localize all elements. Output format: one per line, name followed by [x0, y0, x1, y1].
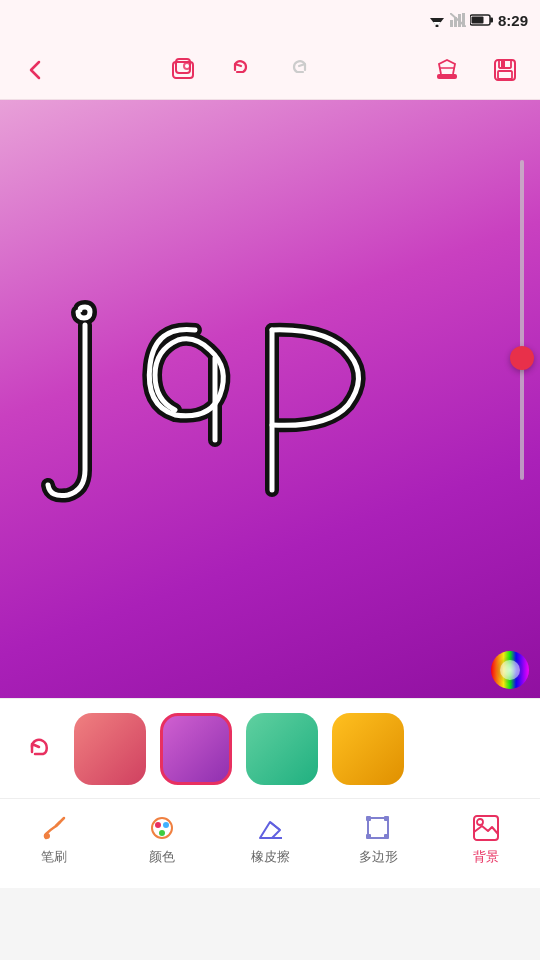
svg-point-36	[477, 819, 483, 825]
nav-eraser-label: 橡皮擦	[251, 848, 290, 866]
nav-brush[interactable]: 笔刷	[14, 812, 94, 866]
color-swatches-bar	[0, 698, 540, 798]
nav-brush-label: 笔刷	[41, 848, 67, 866]
canvas-area[interactable]	[0, 100, 540, 698]
drawing-canvas	[0, 100, 540, 698]
bottom-nav: 笔刷 颜色 橡皮擦 多边形	[0, 798, 540, 888]
wifi-icon	[428, 13, 446, 27]
back-button[interactable]	[16, 51, 54, 89]
nav-eraser[interactable]: 橡皮擦	[230, 812, 310, 866]
battery-icon	[470, 13, 494, 27]
brush-icon	[38, 812, 70, 844]
svg-point-14	[185, 64, 189, 68]
nav-color-label: 颜色	[149, 848, 175, 866]
top-toolbar	[0, 40, 540, 100]
svg-rect-31	[366, 816, 371, 821]
signal-icon	[450, 13, 466, 27]
status-time: 8:29	[498, 12, 528, 29]
svg-rect-34	[384, 834, 389, 839]
polygon-icon	[362, 812, 394, 844]
toolbar-left	[16, 51, 54, 89]
svg-rect-20	[498, 71, 512, 79]
slider-thumb[interactable]	[510, 346, 534, 370]
svg-point-24	[44, 833, 50, 839]
svg-point-27	[163, 822, 169, 828]
nav-background-label: 背景	[473, 848, 499, 866]
brush-size-slider[interactable]	[520, 160, 524, 520]
nav-polygon[interactable]: 多边形	[338, 812, 418, 866]
color-icon	[146, 812, 178, 844]
svg-point-23	[500, 660, 520, 680]
status-icons: 8:29	[428, 12, 528, 29]
nav-polygon-label: 多边形	[359, 848, 398, 866]
eraser-icon	[254, 812, 286, 844]
svg-rect-33	[366, 834, 371, 839]
svg-rect-10	[471, 17, 483, 24]
undo-small-button[interactable]	[16, 727, 60, 771]
svg-rect-15	[437, 74, 457, 79]
svg-point-28	[159, 830, 165, 836]
swatch-pink[interactable]	[74, 713, 146, 785]
swatch-yellow[interactable]	[332, 713, 404, 785]
save-button[interactable]	[486, 51, 524, 89]
swatch-green[interactable]	[246, 713, 318, 785]
slider-track	[520, 160, 524, 480]
swatch-purple[interactable]	[160, 713, 232, 785]
svg-rect-3	[450, 20, 453, 27]
clear-button[interactable]	[428, 51, 466, 89]
redo-button[interactable]	[280, 51, 318, 89]
svg-rect-32	[384, 816, 389, 821]
layers-button[interactable]	[164, 51, 202, 89]
nav-background[interactable]: 背景	[446, 812, 526, 866]
svg-rect-9	[490, 18, 493, 23]
toolbar-right	[428, 51, 524, 89]
color-wheel-button[interactable]	[490, 650, 530, 690]
svg-point-26	[155, 822, 161, 828]
toolbar-center	[164, 51, 318, 89]
nav-color[interactable]: 颜色	[122, 812, 202, 866]
status-bar: 8:29	[0, 0, 540, 40]
svg-rect-19	[501, 60, 505, 68]
undo-button[interactable]	[222, 51, 260, 89]
background-icon	[470, 812, 502, 844]
